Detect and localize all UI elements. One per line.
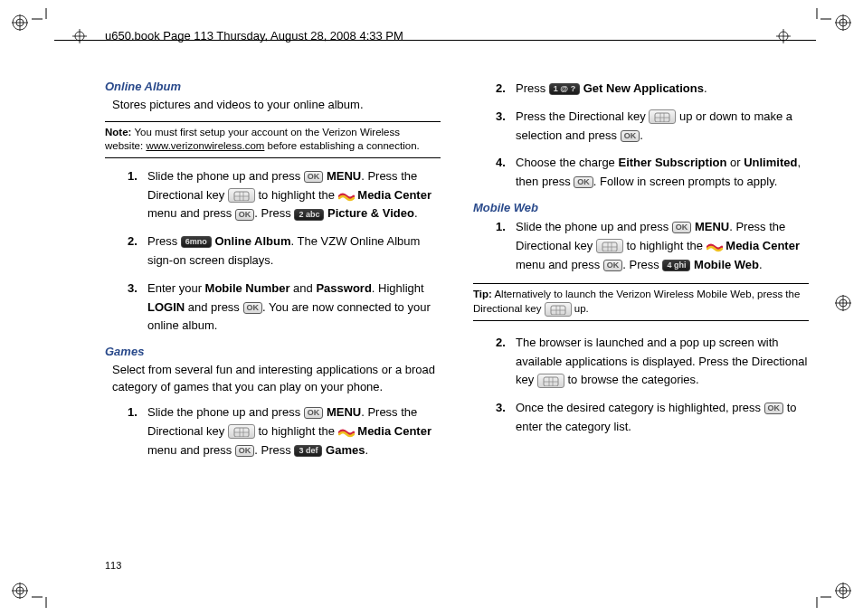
ok-key-icon: OK <box>603 260 623 271</box>
key-2-icon: 2 abc <box>294 209 324 221</box>
tip-label: Tip: <box>473 289 492 299</box>
ok-key-icon: OK <box>621 130 640 142</box>
key-1-icon: 1 @ ? <box>549 83 580 95</box>
ok-key-icon: OK <box>235 209 255 221</box>
mweb-steps-2: 2. The browser is launched and a pop up … <box>496 334 809 437</box>
ok-key-icon: OK <box>243 302 263 314</box>
media-center-icon <box>338 189 355 202</box>
directional-key-icon <box>545 302 572 317</box>
list-item: 1. Slide the phone up and press OK MENU.… <box>128 167 441 223</box>
directional-key-icon <box>596 239 623 253</box>
list-item: 2. Press 1 @ ? Get New Applications. <box>496 80 809 99</box>
note-text: before establishing a connection. <box>264 140 419 151</box>
online-album-intro: Stores pictures and videos to your onlin… <box>112 97 441 114</box>
games-steps: 1. Slide the phone up and press OK MENU.… <box>128 403 441 460</box>
ok-key-icon: OK <box>574 176 593 188</box>
key-3-icon: 3 def <box>294 445 322 457</box>
registration-mark-icon <box>835 295 851 314</box>
right-column: 2. Press 1 @ ? Get New Applications. 3. … <box>473 80 809 469</box>
section-title-online-album: Online Album <box>105 80 441 93</box>
list-item: 3. Press the Directional key up or down … <box>496 108 809 146</box>
directional-key-icon <box>649 109 676 124</box>
key-4-icon: 4 ghi <box>662 260 690 271</box>
tip-box: Tip: Alternatively to launch the Verizon… <box>473 283 809 321</box>
list-item: 4. Choose the charge Either Subscription… <box>496 154 809 192</box>
crop-mark-icon <box>32 5 50 23</box>
ok-key-icon: OK <box>672 222 692 233</box>
registration-mark-icon <box>12 14 28 33</box>
page-number: 113 <box>105 560 121 571</box>
media-center-icon <box>707 240 723 252</box>
crop-mark-icon <box>813 593 831 611</box>
crop-mark-icon <box>813 5 831 23</box>
gna-steps: 2. Press 1 @ ? Get New Applications. 3. … <box>496 80 809 192</box>
crop-mark-icon <box>32 593 50 611</box>
online-album-steps: 1. Slide the phone up and press OK MENU.… <box>128 167 441 336</box>
ok-key-icon: OK <box>304 407 324 419</box>
registration-mark-icon <box>835 14 851 33</box>
mweb-steps-1: 1. Slide the phone up and press OK MENU.… <box>496 218 809 274</box>
media-center-icon <box>338 425 355 438</box>
ok-key-icon: OK <box>304 171 324 183</box>
note-label: Note: <box>105 127 131 137</box>
list-item: 2. Press 6mno Online Album. The VZW Onli… <box>128 232 441 270</box>
key-6-icon: 6mno <box>181 236 212 248</box>
directional-key-icon <box>228 188 255 203</box>
registration-mark-icon <box>835 583 851 602</box>
header-rule <box>54 40 816 41</box>
crosshair-icon <box>776 29 791 46</box>
ok-key-icon: OK <box>764 403 784 414</box>
tip-text: up. <box>574 303 589 314</box>
list-item: 3. Enter your Mobile Number and Password… <box>128 280 441 336</box>
left-column: Online Album Stores pictures and videos … <box>105 80 441 469</box>
games-intro: Select from several fun and interesting … <box>112 362 441 396</box>
registration-mark-icon <box>12 583 28 602</box>
list-item: 1. Slide the phone up and press OK MENU.… <box>128 403 441 460</box>
list-item: 2. The browser is launched and a pop up … <box>496 334 809 390</box>
section-title-games: Games <box>105 345 441 358</box>
ok-key-icon: OK <box>235 445 255 457</box>
list-item: 3. Once the desired category is highligh… <box>496 399 809 437</box>
note-link: www.verizonwireless.com <box>146 140 264 151</box>
note-box: Note: You must first setup your account … <box>105 121 441 158</box>
crosshair-icon <box>72 29 87 46</box>
tip-text: Alternatively to launch the Verizon Wire… <box>473 289 800 314</box>
directional-key-icon <box>228 424 255 439</box>
section-title-mobile-web: Mobile Web <box>473 201 809 214</box>
list-item: 1. Slide the phone up and press OK MENU.… <box>496 218 809 274</box>
directional-key-icon <box>537 374 564 388</box>
